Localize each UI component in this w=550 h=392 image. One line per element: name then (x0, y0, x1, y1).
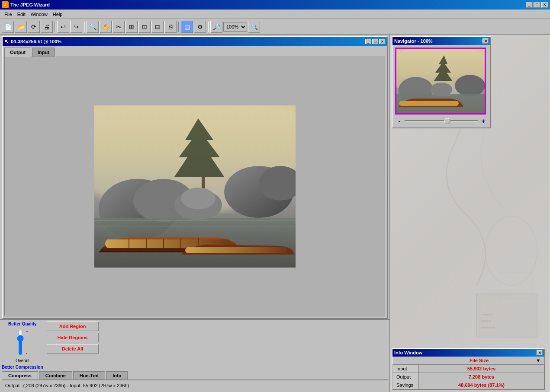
tab-output[interactable]: Output (4, 48, 31, 57)
info-label-savings: Savings (393, 381, 419, 389)
toolbar: 📄 📂 ⟳ 🖨 ↩ ↪ 🔍 ✋ ✂ ⊞ ⊡ ⊟ ⎘ ▤ ⚙ 🔎 100% 50%… (0, 19, 550, 35)
info-dropdown-cell: File Size ▼ (422, 358, 541, 363)
image-window-title: ↖ 04-384x256.tif @ 100% (4, 38, 61, 45)
image-window-controls: _ □ ✕ (365, 39, 385, 44)
app-title: The JPEG Wizard (10, 2, 50, 7)
menu-edit[interactable]: Edit (15, 11, 28, 18)
svg-text:■■■■■■: ■■■■■■ (481, 312, 493, 316)
image-window-titlebar: ↖ 04-384x256.tif @ 100% _ □ ✕ (3, 37, 387, 46)
scene (94, 105, 296, 268)
left-panel: ↖ 04-384x256.tif @ 100% _ □ ✕ Output Inp… (0, 35, 390, 392)
navigator-slider-row: - + (395, 117, 488, 125)
region-buttons: Add Region Hide Regions Delete All (47, 322, 99, 354)
navigator-titlebar: Navigator - 100% ✕ (392, 37, 490, 45)
image-window: ↖ 04-384x256.tif @ 100% _ □ ✕ Output Inp… (2, 36, 388, 319)
toolbar-print[interactable]: 🖨 (41, 21, 53, 33)
tab-combine[interactable]: Combine (39, 371, 72, 379)
nav-slider-thumb[interactable] (444, 118, 450, 124)
toolbar-magnify[interactable]: 🔎 (210, 21, 222, 33)
info-content: File Size ▼ Input 55,902 bytes Out (392, 357, 544, 389)
navigator-close-btn[interactable]: ✕ (482, 38, 489, 44)
info-row-savings: Savings 48,694 bytes (87.1%) (393, 381, 544, 389)
menu-bar: File Edit Window Help (0, 10, 550, 19)
nav-zoom-in-btn[interactable]: + (480, 118, 487, 124)
toolbar-redo[interactable]: ↪ (70, 21, 82, 33)
better-quality-label: Better Quality (8, 322, 37, 326)
slider-container: + - (16, 327, 29, 357)
hide-regions-button[interactable]: Hide Regions (47, 333, 99, 342)
toolbar-sep1 (55, 22, 55, 32)
app-icon: J (2, 1, 9, 8)
image-minimize-btn[interactable]: _ (365, 39, 371, 44)
toolbar-zoom-in[interactable]: 🔍 (87, 21, 99, 33)
toolbar-open[interactable]: 📂 (15, 21, 27, 33)
nav-scene (396, 49, 485, 113)
info-window: Info Window ✕ File Size ▼ (392, 348, 545, 390)
image-display-area (4, 57, 385, 316)
toolbar-split[interactable]: ⚙ (194, 21, 206, 33)
quality-slider[interactable] (16, 329, 24, 355)
menu-help[interactable]: Help (50, 11, 65, 18)
toolbar-display[interactable]: ▤ (181, 21, 193, 33)
info-value-savings: 48,694 bytes (87.1%) (419, 381, 544, 389)
menu-file[interactable]: File (2, 11, 15, 18)
zoom-group: 100% 50% 200% (223, 22, 247, 32)
toolbar-sep2 (84, 22, 85, 32)
tab-compress[interactable]: Compress (2, 371, 38, 379)
toolbar-circular[interactable]: ⟳ (28, 21, 40, 33)
toolbar-hand[interactable]: ✋ (100, 21, 112, 33)
restore-button[interactable]: □ (534, 2, 540, 8)
right-panel: ■■■■■■ ■■■■■ ■■■■■■■ Navigator - 100% ✕ (390, 35, 550, 392)
toolbar-sep3 (178, 22, 179, 32)
vertical-slider-wrapper (16, 327, 24, 357)
svg-rect-8 (94, 226, 296, 227)
toolbar-copy[interactable]: ⎘ (164, 21, 177, 33)
zoom-select[interactable]: 100% 50% 200% (223, 22, 247, 32)
info-dropdown-label: File Size (422, 358, 536, 363)
image-close-btn[interactable]: ✕ (379, 39, 385, 44)
title-bar-left: J The JPEG Wizard (2, 1, 50, 8)
main-area: ↖ 04-384x256.tif @ 100% _ □ ✕ Output Inp… (0, 35, 550, 392)
toolbar-compare[interactable]: ⊟ (151, 21, 164, 33)
info-dropdown-arrow[interactable]: ▼ (536, 358, 541, 363)
info-label-output: Output (393, 373, 419, 381)
nav-slider-track-container (405, 117, 478, 125)
svg-rect-15 (202, 177, 205, 190)
svg-point-28 (455, 75, 485, 96)
slider-labels: + - (26, 329, 29, 355)
status-text: Output: 7,208 (297w x 236h) - Input: 55,… (5, 383, 129, 388)
navigator-window: Navigator - 100% ✕ (392, 36, 491, 128)
toolbar-regions[interactable]: ⊡ (138, 21, 151, 33)
info-header-filesize: File Size ▼ (419, 357, 544, 365)
info-row-output: Output 7,208 bytes (393, 373, 544, 381)
toolbar-undo[interactable]: ↩ (57, 21, 69, 33)
minimize-button[interactable]: _ (526, 2, 533, 8)
toolbar-crop[interactable]: ✂ (113, 21, 125, 33)
toolbar-fit[interactable]: 🔍 (248, 21, 260, 33)
info-title: Info Window (394, 350, 422, 355)
tab-info[interactable]: Info (106, 371, 128, 379)
tab-input[interactable]: Input (32, 48, 55, 57)
tab-hue-tint[interactable]: Hue-Tint (73, 371, 105, 379)
svg-point-17 (181, 188, 215, 209)
better-compression-label: Better Compression (2, 365, 43, 370)
navigator-content: - + (392, 45, 490, 127)
info-table: File Size ▼ Input 55,902 bytes Out (392, 357, 544, 389)
info-value-input: 55,902 bytes (419, 365, 544, 373)
image-canvas (94, 105, 296, 268)
close-button[interactable]: ✕ (541, 2, 548, 8)
info-label-input: Input (393, 365, 419, 373)
info-close-btn[interactable]: ✕ (537, 350, 543, 355)
toolbar-grid[interactable]: ⊞ (125, 21, 138, 33)
image-restore-btn[interactable]: □ (372, 39, 378, 44)
delete-all-button[interactable]: Delete All (47, 344, 99, 354)
toolbar-sep4 (208, 22, 209, 32)
scene-svg (94, 105, 296, 268)
menu-window[interactable]: Window (28, 11, 50, 18)
nav-zoom-out-btn[interactable]: - (396, 118, 403, 124)
toolbar-new[interactable]: 📄 (2, 21, 14, 33)
bottom-tabs: Compress Combine Hue-Tint Info (2, 371, 388, 380)
info-titlebar: Info Window ✕ (392, 349, 544, 357)
add-region-button[interactable]: Add Region (47, 322, 99, 331)
info-header-empty (393, 357, 419, 365)
